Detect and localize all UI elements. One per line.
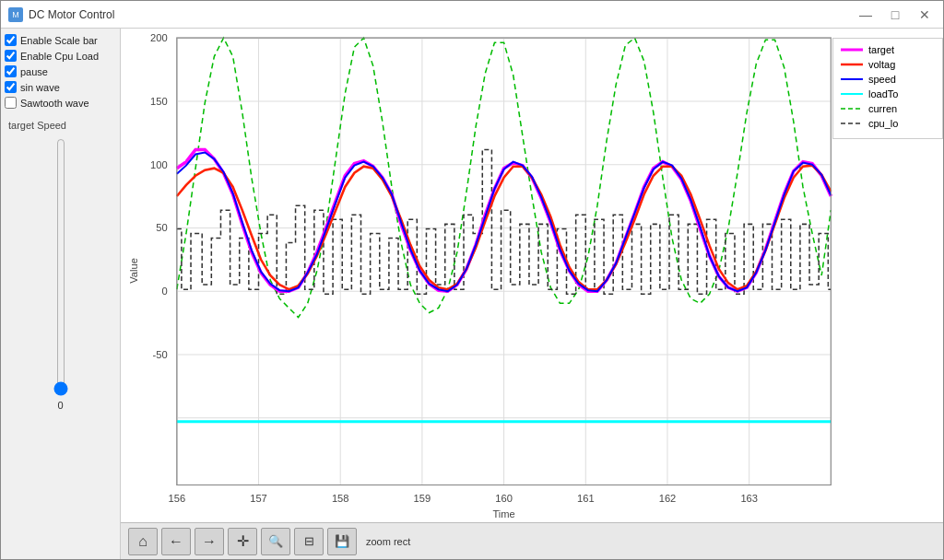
svg-text:159: 159 — [414, 493, 431, 504]
speed-label: target Speed — [8, 120, 116, 131]
checkbox-sin-wave-label: sin wave — [20, 82, 60, 93]
checkbox-enable-cpu-label: Enable Cpu Load — [20, 51, 99, 62]
svg-text:50: 50 — [156, 222, 167, 233]
legend-label-speed: speed — [868, 74, 896, 85]
window-controls: — □ ✕ — [855, 6, 936, 24]
svg-text:150: 150 — [150, 96, 168, 107]
main-window: M DC Motor Control — □ ✕ Enable Scale ba… — [0, 0, 944, 560]
checkbox-sawtooth-label: Sawtooth wave — [20, 98, 89, 109]
checkbox-sawtooth[interactable]: Sawtooth wave — [5, 97, 116, 109]
svg-text:163: 163 — [740, 493, 758, 504]
svg-text:162: 162 — [659, 493, 677, 504]
checkbox-enable-scale-input[interactable] — [5, 34, 17, 46]
svg-text:161: 161 — [577, 493, 595, 504]
legend-item-loadto: loadTo — [841, 88, 935, 99]
minimize-button[interactable]: — — [855, 6, 877, 24]
legend-line-loadto — [841, 90, 863, 98]
checkbox-enable-scale[interactable]: Enable Scale bar — [5, 34, 116, 46]
checkbox-enable-cpu[interactable]: Enable Cpu Load — [5, 50, 116, 62]
checkbox-enable-scale-label: Enable Scale bar — [20, 35, 98, 46]
svg-text:0: 0 — [161, 286, 167, 297]
svg-text:-50: -50 — [153, 349, 168, 360]
close-button[interactable]: ✕ — [914, 6, 936, 24]
legend-item-cpu: cpu_lo — [841, 118, 935, 129]
window-title: DC Motor Control — [29, 8, 114, 21]
back-button[interactable]: ← — [161, 528, 191, 555]
zoom-button[interactable]: 🔍 — [261, 528, 290, 555]
title-bar-left: M DC Motor Control — [8, 7, 114, 22]
legend-line-cpu — [841, 120, 863, 127]
svg-text:156: 156 — [169, 493, 186, 504]
app-icon: M — [8, 7, 23, 22]
content-area: Enable Scale bar Enable Cpu Load pause s… — [1, 29, 943, 559]
svg-text:Time: Time — [492, 508, 514, 519]
slider-container: 0 — [5, 134, 116, 554]
chart-svg: 200 150 100 50 0 -50 Value 156 157 158 1… — [121, 29, 943, 522]
legend-label-voltage: voltag — [868, 59, 895, 70]
svg-text:100: 100 — [150, 159, 168, 170]
legend-label-cpu: cpu_lo — [868, 118, 898, 129]
toolbar: ⌂ ← → ✛ 🔍 ⊟ 💾 zoom rect — [121, 522, 943, 559]
legend-line-voltage — [841, 61, 863, 68]
checkbox-pause-label: pause — [20, 66, 48, 77]
main-content: 200 150 100 50 0 -50 Value 156 157 158 1… — [121, 29, 943, 559]
forward-button[interactable]: → — [195, 528, 224, 555]
checkbox-enable-cpu-input[interactable] — [5, 50, 17, 62]
target-speed-slider[interactable] — [50, 138, 72, 396]
maximize-button[interactable]: □ — [884, 6, 906, 24]
legend-item-voltage: voltag — [841, 59, 935, 70]
home-button[interactable]: ⌂ — [128, 528, 158, 555]
legend-line-speed — [841, 76, 863, 83]
legend-label-loadto: loadTo — [868, 88, 898, 99]
legend-item-speed: speed — [841, 74, 935, 85]
svg-text:Value: Value — [128, 258, 139, 284]
legend-label-target: target — [868, 44, 894, 55]
svg-text:160: 160 — [495, 493, 513, 504]
checkbox-sin-wave-input[interactable] — [5, 81, 17, 93]
svg-text:157: 157 — [250, 493, 267, 504]
svg-text:200: 200 — [150, 32, 168, 43]
legend-line-current — [841, 105, 863, 112]
settings-button[interactable]: ⊟ — [294, 528, 324, 555]
pan-button[interactable]: ✛ — [228, 528, 257, 555]
legend-item-current: curren — [841, 103, 935, 114]
legend-item-target: target — [841, 44, 935, 55]
title-bar: M DC Motor Control — □ ✕ — [1, 1, 943, 29]
chart-area: 200 150 100 50 0 -50 Value 156 157 158 1… — [121, 29, 943, 522]
slider-value: 0 — [57, 400, 63, 411]
sidebar: Enable Scale bar Enable Cpu Load pause s… — [1, 29, 121, 559]
legend: target voltag speed loadTo — [832, 38, 943, 139]
checkbox-pause-input[interactable] — [5, 65, 17, 77]
checkbox-sawtooth-input[interactable] — [5, 97, 17, 109]
zoom-label: zoom rect — [366, 536, 410, 547]
svg-text:158: 158 — [332, 493, 349, 504]
checkbox-pause[interactable]: pause — [5, 65, 116, 77]
checkbox-sin-wave[interactable]: sin wave — [5, 81, 116, 93]
legend-line-target — [841, 46, 863, 53]
save-button[interactable]: 💾 — [327, 528, 357, 555]
legend-label-current: curren — [868, 103, 897, 114]
